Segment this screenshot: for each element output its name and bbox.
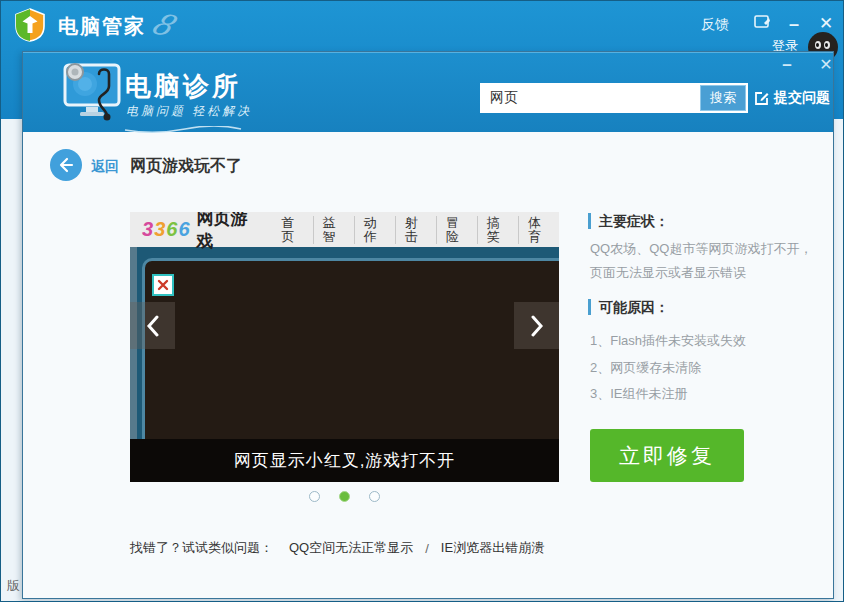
title-signature-glyph: 8	[145, 6, 179, 43]
site-name: 网页游戏	[197, 212, 259, 253]
chevron-right-icon	[530, 315, 544, 337]
site-nav-item: 体育	[518, 216, 559, 244]
flash-area	[142, 258, 559, 454]
carousel-dots	[130, 491, 559, 502]
back-button[interactable]	[50, 149, 82, 181]
minimize-button[interactable]: –	[781, 11, 807, 37]
similar-prompt: 找错了？试试类似问题：	[130, 539, 273, 557]
back-label[interactable]: 返回	[91, 158, 119, 176]
issue-screenshot-carousel: 3366 网页游戏 首页 益智 动作 射击 冒险 搞笑 体育	[130, 212, 559, 482]
similar-separator: /	[425, 541, 429, 556]
similar-link-qq-zone[interactable]: QQ空间无法正常显示	[289, 539, 413, 557]
skin-icon[interactable]	[749, 11, 775, 37]
cause-item: 1、Flash插件未安装或失效	[590, 332, 746, 350]
fix-now-button[interactable]: 立即修复	[590, 429, 744, 482]
chevron-left-icon	[146, 315, 160, 337]
site-logo: 3366	[142, 218, 191, 241]
site-header-bar: 3366 网页游戏 首页 益智 动作 射击 冒险 搞笑 体育	[130, 212, 559, 247]
submit-question-link[interactable]: 提交问题	[754, 89, 830, 107]
carousel-caption: 网页显示小红叉,游戏打不开	[130, 439, 559, 482]
similar-link-ie-crash[interactable]: IE浏览器出错崩溃	[441, 539, 544, 557]
clinic-tagline: 电脑问题 轻松解决	[126, 103, 252, 120]
carousel-prev-button[interactable]	[130, 302, 175, 349]
symptoms-heading: 主要症状：	[588, 213, 669, 229]
main-titlebar[interactable]: 电脑管家 8 反馈 – ✕	[1, 1, 844, 49]
site-nav-item: 搞笑	[477, 216, 518, 244]
broken-plugin-icon	[152, 274, 174, 296]
site-nav-item: 首页	[273, 216, 313, 244]
app-title: 电脑管家	[58, 13, 146, 40]
page-title: 网页游戏玩不了	[130, 156, 242, 177]
feedback-button[interactable]: 反馈	[695, 11, 735, 37]
dialog-close-button[interactable]: ✕	[814, 55, 838, 77]
similar-questions-row: 找错了？试试类似问题： QQ空间无法正常显示 / IE浏览器出错崩溃	[130, 539, 544, 557]
pc-clinic-dialog: 电脑诊所 电脑问题 轻松解决 搜索 提交问题 – ✕	[22, 51, 834, 599]
site-nav-item: 射击	[395, 216, 436, 244]
back-arrow-icon	[58, 157, 74, 173]
clinic-title: 电脑诊所	[125, 69, 241, 104]
search-button[interactable]: 搜索	[700, 85, 746, 111]
carousel-dot[interactable]	[309, 491, 320, 502]
site-nav-item: 动作	[354, 216, 395, 244]
clinic-header: 电脑诊所 电脑问题 轻松解决 搜索 提交问题 – ✕	[23, 52, 833, 132]
symptoms-line: QQ农场、QQ超市等网页游戏打不开，	[590, 240, 812, 258]
symptoms-line: 页面无法显示或者显示错误	[590, 264, 746, 282]
search-box: 搜索	[480, 83, 748, 113]
cause-item: 2、网页缓存未清除	[590, 359, 701, 377]
site-nav-item: 益智	[313, 216, 354, 244]
carousel-dot[interactable]	[339, 491, 350, 502]
site-nav: 首页 益智 动作 射击 冒险 搞笑 体育	[273, 216, 559, 244]
dialog-minimize-button[interactable]: –	[775, 55, 799, 77]
version-text-partial: 版	[7, 577, 20, 595]
causes-heading: 可能原因：	[588, 299, 669, 315]
pc-manager-logo-icon	[14, 8, 46, 46]
cause-item: 3、IE组件未注册	[590, 385, 688, 403]
clinic-logo-icon	[55, 60, 131, 128]
carousel-dot[interactable]	[369, 491, 380, 502]
search-input[interactable]	[482, 86, 700, 110]
submit-pencil-icon	[754, 91, 769, 106]
pc-manager-window: 电脑管家 8 反馈 – ✕ 登录 版	[0, 0, 844, 602]
carousel-next-button[interactable]	[514, 302, 559, 349]
tagline-underline	[123, 120, 243, 138]
site-nav-item: 冒险	[436, 216, 477, 244]
